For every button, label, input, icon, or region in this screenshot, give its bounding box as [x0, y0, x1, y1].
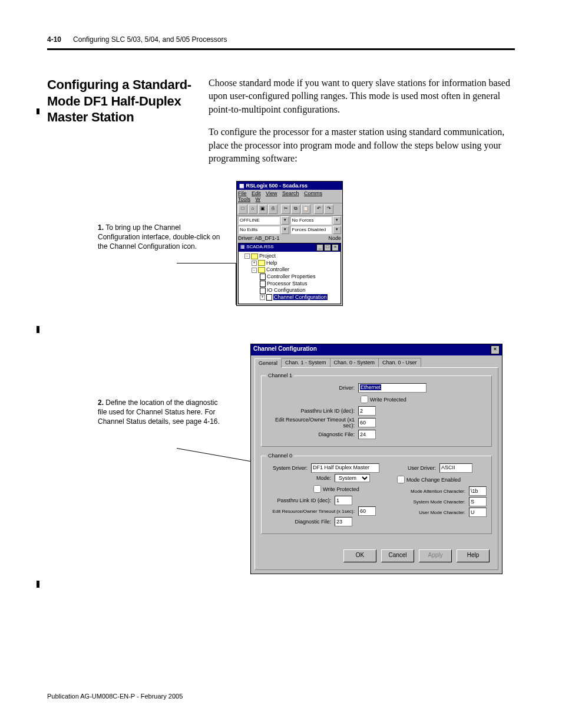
tab-chan0-system[interactable]: Chan. 0 - System	[330, 358, 379, 367]
channel-config-dialog: Channel Configuration × General Chan. 1 …	[250, 344, 503, 574]
tree-controller[interactable]: Controller	[266, 266, 289, 272]
ch1-passthru-input[interactable]	[358, 406, 376, 416]
ch0-passthru-label: Passthru Link ID (dec):	[266, 498, 335, 503]
rslogix-titlebar: ▦ RSLogix 500 - Scada.rss	[237, 182, 342, 190]
driver-label: Driver: AB_DF1-1	[238, 235, 280, 241]
paste-icon[interactable]: 📋	[301, 205, 310, 214]
copy-icon[interactable]: ⧉	[291, 205, 300, 214]
ch1-timeout-label: Edit Resource/Owner Timeout (x1 sec):	[266, 417, 358, 429]
dropdown-icon[interactable]: ▾	[281, 216, 289, 225]
change-bar	[37, 108, 39, 114]
tab-chan0-user[interactable]: Chan. 0 - User	[378, 358, 421, 367]
ch0-diag-input[interactable]	[335, 517, 352, 526]
tab-chan1-system[interactable]: Chan. 1 - System	[281, 358, 330, 367]
close-icon[interactable]: ×	[491, 345, 500, 354]
ch1-write-protected-checkbox[interactable]	[361, 396, 368, 403]
chapter-title: Configuring SLC 5/03, 5/04, and 5/05 Pro…	[73, 35, 227, 44]
dialog-tabs: General Chan. 1 - System Chan. 0 - Syste…	[251, 355, 502, 367]
ch0-modeattn-input[interactable]	[469, 486, 487, 496]
ch0-diag-label: Diagnostic File:	[266, 519, 335, 525]
change-bar	[37, 581, 39, 588]
ch0-modeattn-label: Mode Attention Character:	[395, 489, 469, 494]
menu-comms[interactable]: Comms	[304, 190, 322, 196]
tree-io-config[interactable]: IO Configuration	[267, 287, 306, 293]
rslogix-window: ▦ RSLogix 500 - Scada.rss File Edit View…	[236, 181, 343, 306]
ch1-passthru-label: Passthru Link ID (dec):	[266, 408, 358, 414]
ch0-mode-select[interactable]: System	[335, 474, 370, 482]
ch0-write-protected-label: Write Protected	[323, 486, 359, 492]
forces-status: No Forces	[290, 216, 332, 225]
apply-button[interactable]: Apply	[419, 549, 452, 562]
menu-tools[interactable]: Tools	[238, 196, 250, 202]
menu-w[interactable]: W	[256, 196, 261, 202]
save-icon[interactable]: ▣	[258, 205, 267, 214]
cancel-button[interactable]: Cancel	[381, 549, 414, 562]
dialog-titlebar: Channel Configuration ×	[251, 344, 502, 355]
dialog-panel: Channel 1 Driver: Ethernet Write Protect…	[254, 367, 498, 570]
change-bar	[37, 326, 39, 333]
open-icon[interactable]: ⌂	[248, 205, 257, 214]
ch1-driver-label: Driver:	[266, 385, 358, 391]
tab-general[interactable]: General	[254, 358, 282, 368]
redo-icon[interactable]: ↷	[324, 205, 333, 214]
ch1-driver-field[interactable]: Ethernet	[358, 383, 427, 393]
folder-icon	[258, 267, 265, 273]
channel1-group: Channel 1 Driver: Ethernet Write Protect…	[261, 373, 492, 447]
ch0-mode-label: Mode:	[266, 475, 335, 481]
ch0-sysdriver-field[interactable]: DF1 Half Duplex Master	[311, 463, 379, 473]
menu-file[interactable]: File	[238, 190, 247, 196]
page-icon	[260, 288, 266, 294]
dropdown-icon[interactable]: ▾	[281, 226, 289, 234]
ok-button[interactable]: OK	[343, 549, 376, 562]
channel1-legend: Channel 1	[266, 373, 294, 378]
tree-channel-config[interactable]: Channel Configuration	[273, 294, 328, 300]
page-header: 4-10 Configuring SLC 5/03, 5/04, and 5/0…	[47, 35, 515, 50]
tree-controller-props[interactable]: Controller Properties	[267, 274, 316, 279]
leader-line	[177, 263, 236, 263]
ch0-passthru-input[interactable]	[335, 496, 352, 505]
tree-processor-status[interactable]: Processor Status	[267, 281, 308, 286]
ch0-userdriver-label: User Driver:	[395, 465, 439, 471]
minimize-icon[interactable]: _	[316, 244, 323, 251]
ch0-userdriver-field[interactable]: ASCII	[439, 463, 472, 473]
dropdown-icon[interactable]: ▾	[333, 216, 341, 225]
menu-view[interactable]: View	[266, 190, 277, 196]
menubar[interactable]: File Edit View Search Comms Tools W	[237, 190, 342, 203]
ch0-modechange-label: Mode Change Enabled	[406, 477, 461, 483]
help-button[interactable]: Help	[457, 549, 490, 562]
ch1-timeout-input[interactable]	[358, 418, 376, 427]
callout-1: 1. To bring up the Channel Configuration…	[98, 223, 224, 252]
forces-disabled-status: Forces Disabled	[290, 226, 332, 234]
tree-help[interactable]: Help	[266, 260, 277, 266]
undo-icon[interactable]: ↶	[314, 205, 323, 214]
publication-footer: Publication AG-UM008C-EN-P - February 20…	[47, 693, 183, 700]
new-icon[interactable]: □	[238, 205, 247, 214]
print-icon[interactable]: ⎙	[268, 205, 277, 214]
dock-title: SCADA.RSS	[246, 244, 273, 249]
close-icon[interactable]: ×	[332, 244, 339, 251]
menu-edit[interactable]: Edit	[252, 190, 261, 196]
tree-project[interactable]: Project	[259, 253, 276, 259]
ch0-timeout-label: Edit Resource/Owner Timeout (x 1sec):	[266, 509, 358, 514]
project-tree[interactable]: -Project +Help -Controller Controller Pr…	[239, 252, 340, 304]
ch0-usermodechar-input[interactable]	[469, 508, 487, 517]
menu-search[interactable]: Search	[282, 190, 299, 196]
ch0-write-protected-checkbox[interactable]	[313, 485, 321, 493]
dropdown-icon[interactable]: ▾	[333, 226, 341, 234]
body-text: Choose standard mode if you want to quer…	[209, 77, 515, 174]
maximize-icon[interactable]: □	[324, 244, 331, 251]
ch0-timeout-input[interactable]	[358, 506, 376, 516]
ch0-modechange-checkbox[interactable]	[397, 476, 405, 483]
edits-status: No Edits	[238, 226, 280, 234]
ch1-diag-label: Diagnostic File:	[266, 431, 358, 437]
project-tree-dock: ▦ SCADA.RSS _ □ × -Project +Help -Contro…	[238, 243, 341, 304]
node-label: Node	[328, 235, 341, 241]
section-heading: Configuring a Standard-Mode DF1 Half-Dup…	[47, 77, 200, 126]
folder-icon	[258, 260, 265, 266]
driver-row: Driver: AB_DF1-1 Node	[237, 235, 342, 242]
ch0-sysmodechar-input[interactable]	[469, 497, 487, 506]
toolbar: □ ⌂ ▣ ⎙ ✂ ⧉ 📋 ↶ ↷	[237, 203, 342, 216]
ch1-diag-input[interactable]	[358, 430, 376, 439]
cut-icon[interactable]: ✂	[281, 205, 290, 214]
channel0-group: Channel 0 System Driver: DF1 Half Duplex…	[261, 453, 492, 534]
